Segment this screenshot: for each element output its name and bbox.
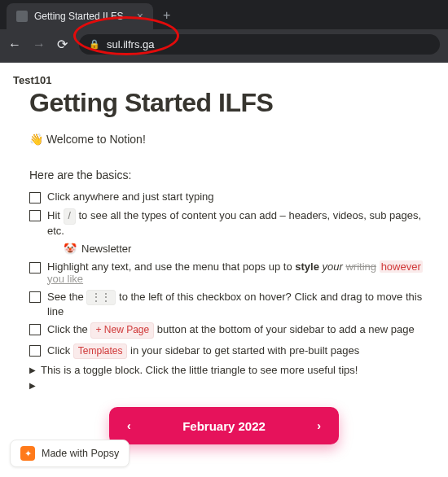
page-content: Test101 Getting Started ILFS 👋 Welcome t… bbox=[0, 63, 448, 477]
newsletter-subpage[interactable]: 🤡 Newsletter bbox=[64, 243, 435, 255]
todo-item[interactable]: Click the + New Page button at the botto… bbox=[29, 320, 435, 341]
back-button[interactable]: ← bbox=[8, 37, 21, 52]
todo-item[interactable]: Click anywhere and just start typing bbox=[29, 188, 435, 206]
page-title[interactable]: Getting Started ILFS bbox=[29, 88, 435, 118]
wave-icon: 👋 bbox=[29, 133, 43, 146]
todo-text: See the ⋮⋮ to the left of this checkbox … bbox=[47, 290, 435, 318]
popsy-label: Made with Popsy bbox=[42, 448, 119, 459]
welcome-line[interactable]: 👋 Welcome to Notion! bbox=[29, 133, 435, 146]
tab-bar: Getting Started ILFS × + bbox=[0, 0, 448, 29]
templates-pill: Templates bbox=[73, 344, 128, 360]
month-picker[interactable]: ‹ February 2022 › bbox=[109, 407, 339, 444]
lock-icon: 🔒 bbox=[89, 39, 100, 50]
tab-title: Getting Started ILFS bbox=[34, 11, 123, 22]
toggle-text: This is a toggle block. Click the little… bbox=[41, 364, 358, 376]
toggle-block[interactable]: ▶ This is a toggle block. Click the litt… bbox=[29, 361, 435, 379]
address-bar[interactable]: 🔒 sul.ilfrs.ga bbox=[79, 34, 440, 55]
prev-month-button[interactable]: ‹ bbox=[127, 419, 131, 432]
todo-list: Click anywhere and just start typing Hit… bbox=[29, 188, 435, 361]
month-label: February 2022 bbox=[182, 419, 266, 433]
url-text: sul.ilfrs.ga bbox=[107, 38, 155, 50]
todo-item[interactable]: Hit / to see all the types of content yo… bbox=[29, 206, 435, 239]
popsy-icon: ✦ bbox=[20, 446, 35, 461]
basics-heading[interactable]: Here are the basics: bbox=[29, 168, 435, 182]
todo-item[interactable]: Click Templates in your sidebar to get s… bbox=[29, 341, 435, 362]
welcome-text: Welcome to Notion! bbox=[43, 133, 146, 146]
checkbox[interactable] bbox=[29, 291, 41, 303]
tab-favicon bbox=[16, 11, 28, 22]
checkbox[interactable] bbox=[29, 324, 41, 335]
todo-text: Hit / to see all the types of content yo… bbox=[47, 208, 435, 237]
address-bar-row: ← → ⟳ 🔒 sul.ilfrs.ga bbox=[0, 29, 448, 63]
todo-text: Click Templates in your sidebar to get s… bbox=[47, 344, 359, 360]
checkbox[interactable] bbox=[29, 345, 41, 357]
checkbox[interactable] bbox=[29, 262, 41, 274]
todo-item[interactable]: Highlight any text, and use the menu tha… bbox=[29, 258, 435, 287]
breadcrumb[interactable]: Test101 bbox=[13, 74, 435, 86]
next-month-button[interactable]: › bbox=[317, 419, 321, 432]
newsletter-label: Newsletter bbox=[81, 243, 131, 255]
browser-tab[interactable]: Getting Started ILFS × bbox=[7, 3, 153, 29]
slash-key-pill: / bbox=[64, 208, 76, 225]
clown-icon: 🤡 bbox=[64, 243, 77, 255]
checkbox[interactable] bbox=[29, 210, 41, 221]
browser-chrome: Getting Started ILFS × + ← → ⟳ 🔒 sul.ilf… bbox=[0, 0, 448, 63]
close-icon[interactable]: × bbox=[137, 10, 143, 23]
forward-button[interactable]: → bbox=[33, 37, 46, 52]
toggle-triangle-icon[interactable]: ▶ bbox=[29, 381, 36, 390]
todo-text: Highlight any text, and use the menu tha… bbox=[47, 260, 435, 285]
toggle-block-empty[interactable]: ▶ bbox=[29, 379, 435, 392]
todo-item[interactable]: See the ⋮⋮ to the left of this checkbox … bbox=[29, 287, 435, 321]
drag-handle-icon: ⋮⋮ bbox=[86, 290, 116, 306]
checkbox[interactable] bbox=[29, 192, 41, 203]
popsy-badge[interactable]: ✦ Made with Popsy bbox=[10, 440, 130, 467]
reload-button[interactable]: ⟳ bbox=[57, 37, 68, 52]
new-tab-button[interactable]: + bbox=[153, 2, 180, 29]
todo-text: Click the + New Page button at the botto… bbox=[47, 322, 415, 339]
new-page-pill: + New Page bbox=[90, 322, 154, 339]
todo-text: Click anywhere and just start typing bbox=[47, 190, 213, 203]
toggle-triangle-icon[interactable]: ▶ bbox=[29, 365, 36, 374]
